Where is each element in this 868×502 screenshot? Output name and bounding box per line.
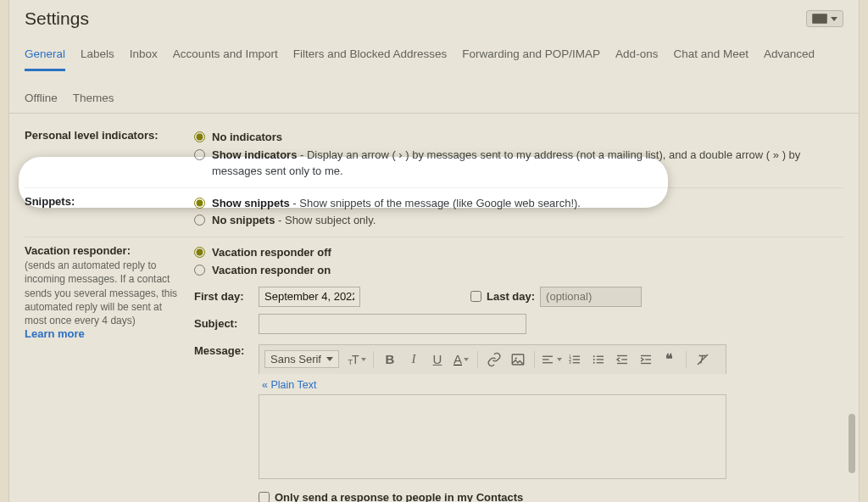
settings-content: Personal level indicators: No indicators… bbox=[9, 114, 859, 502]
indent-less-button[interactable] bbox=[611, 349, 633, 371]
option-show-snippets[interactable]: Show snippets - Show snippets of the mes… bbox=[194, 195, 843, 213]
quote-button[interactable]: ❝ bbox=[659, 349, 681, 371]
toolbar-divider bbox=[477, 351, 478, 368]
text-size-icon: TT bbox=[348, 353, 359, 366]
option-responder-off[interactable]: Vacation responder off bbox=[194, 244, 843, 262]
no-snippets-desc: - Show subject only. bbox=[275, 214, 376, 226]
snippets-label: Snippets: bbox=[25, 195, 194, 208]
vacation-body: Vacation responder off Vacation responde… bbox=[194, 244, 843, 502]
image-icon bbox=[510, 352, 526, 367]
align-button[interactable] bbox=[540, 349, 562, 371]
first-day-field[interactable] bbox=[259, 287, 360, 307]
contacts-only-row[interactable]: Only send a response to people in my Con… bbox=[259, 491, 726, 502]
option-no-indicators[interactable]: No indicators bbox=[194, 129, 843, 147]
last-day-label: Last day: bbox=[487, 290, 535, 303]
vacation-learn-more-link[interactable]: Learn more bbox=[25, 327, 85, 340]
last-day-checkbox[interactable] bbox=[470, 291, 481, 302]
indent-decrease-icon bbox=[615, 352, 630, 367]
plain-text-link[interactable]: « Plain Text bbox=[262, 379, 316, 391]
responder-off-strong: Vacation responder off bbox=[212, 245, 331, 261]
option-show-indicators[interactable]: Show indicators - Display an arrow ( › )… bbox=[194, 147, 843, 181]
personal-indicators-label: Personal level indicators: bbox=[25, 129, 194, 142]
radio-no-indicators[interactable] bbox=[194, 131, 205, 142]
tab-themes[interactable]: Themes bbox=[73, 86, 114, 113]
tab-addons[interactable]: Add-ons bbox=[615, 42, 658, 71]
svg-point-12 bbox=[593, 359, 595, 360]
scrollbar-thumb[interactable] bbox=[849, 414, 855, 473]
clear-format-icon bbox=[695, 352, 710, 367]
toolbar-divider bbox=[373, 351, 374, 368]
vacation-subdesc: (sends an automated reply to incoming me… bbox=[25, 259, 186, 327]
show-snippets-desc: - Show snippets of the message (like Goo… bbox=[290, 197, 581, 209]
tab-inbox[interactable]: Inbox bbox=[130, 42, 158, 71]
radio-responder-on[interactable] bbox=[194, 265, 205, 276]
personal-indicators-body: No indicators Show indicators - Display … bbox=[194, 129, 843, 181]
bullet-list-button[interactable] bbox=[587, 349, 609, 371]
indent-more-button[interactable] bbox=[635, 349, 657, 371]
message-row: Message: Sans Serif TT bbox=[194, 344, 843, 502]
indent-increase-icon bbox=[638, 352, 654, 367]
text-color-icon: A bbox=[453, 352, 462, 366]
link-button[interactable] bbox=[483, 349, 505, 371]
last-day-field[interactable] bbox=[540, 287, 642, 307]
input-tools-button[interactable] bbox=[806, 10, 843, 27]
svg-point-11 bbox=[593, 355, 595, 357]
tab-chat[interactable]: Chat and Meet bbox=[673, 42, 748, 71]
subject-row: Subject: bbox=[194, 314, 843, 334]
font-size-button[interactable]: TT bbox=[346, 349, 368, 371]
toolbar-divider bbox=[534, 351, 535, 368]
font-family-label: Sans Serif bbox=[270, 353, 321, 365]
image-button[interactable] bbox=[507, 349, 529, 371]
settings-page: Settings General Labels Inbox Accounts a… bbox=[8, 0, 860, 502]
no-snippets-strong: No snippets bbox=[212, 214, 275, 226]
tab-filters[interactable]: Filters and Blocked Addresses bbox=[293, 42, 448, 71]
tab-labels[interactable]: Labels bbox=[81, 42, 114, 71]
contacts-only-label: Only send a response to people in my Con… bbox=[275, 491, 523, 502]
ordered-list-icon: 123 bbox=[567, 352, 582, 367]
editor-wrap: Sans Serif TT B I U A bbox=[259, 344, 726, 502]
section-snippets: Snippets: Show snippets - Show snippets … bbox=[25, 188, 843, 238]
chevron-down-icon bbox=[464, 358, 469, 361]
tab-general[interactable]: General bbox=[25, 42, 65, 71]
tab-offline[interactable]: Offline bbox=[25, 86, 58, 113]
option-no-snippets[interactable]: No snippets - Show subject only. bbox=[194, 212, 843, 230]
radio-show-snippets[interactable] bbox=[194, 198, 205, 209]
link-icon bbox=[487, 352, 502, 367]
vacation-label-col: Vacation responder: (sends an automated … bbox=[25, 244, 194, 340]
chevron-down-icon bbox=[361, 358, 366, 361]
last-day-wrap: Last day: bbox=[470, 287, 642, 307]
subject-field[interactable] bbox=[259, 314, 526, 334]
bold-button[interactable]: B bbox=[379, 349, 401, 371]
show-indicators-desc: - Display an arrow ( › ) by messages sen… bbox=[212, 148, 800, 177]
contacts-only-checkbox[interactable] bbox=[259, 492, 270, 502]
message-editor[interactable] bbox=[259, 394, 726, 479]
show-snippets-strong: Show snippets bbox=[212, 197, 290, 209]
tab-advanced[interactable]: Advanced bbox=[764, 42, 815, 71]
responder-on-strong: Vacation responder on bbox=[212, 263, 331, 279]
ordered-list-button[interactable]: 123 bbox=[564, 349, 586, 371]
svg-text:3: 3 bbox=[569, 360, 571, 365]
option-responder-on[interactable]: Vacation responder on bbox=[194, 262, 843, 280]
radio-show-indicators[interactable] bbox=[194, 149, 205, 160]
tab-accounts[interactable]: Accounts and Import bbox=[173, 42, 278, 71]
text-color-button[interactable]: A bbox=[450, 349, 472, 371]
page-title: Settings bbox=[25, 8, 89, 29]
font-family-select[interactable]: Sans Serif bbox=[264, 350, 339, 368]
toolbar-divider bbox=[686, 351, 687, 368]
chevron-down-icon bbox=[831, 17, 837, 21]
svg-point-13 bbox=[593, 362, 595, 364]
italic-button[interactable]: I bbox=[403, 349, 425, 371]
settings-tabs: General Labels Inbox Accounts and Import… bbox=[9, 37, 859, 114]
snippets-body: Show snippets - Show snippets of the mes… bbox=[194, 195, 843, 231]
underline-button[interactable]: U bbox=[426, 349, 448, 371]
date-row: First day: Last day: bbox=[194, 287, 843, 307]
bullet-list-icon bbox=[591, 352, 606, 367]
radio-responder-off[interactable] bbox=[194, 247, 205, 258]
clear-formatting-button[interactable] bbox=[692, 349, 714, 371]
keyboard-icon bbox=[812, 14, 827, 24]
tab-forwarding[interactable]: Forwarding and POP/IMAP bbox=[462, 42, 600, 71]
radio-no-snippets[interactable] bbox=[194, 215, 205, 226]
show-indicators-strong: Show indicators bbox=[212, 148, 297, 161]
no-indicators-strong: No indicators bbox=[212, 131, 282, 143]
first-day-label: First day: bbox=[194, 290, 250, 303]
